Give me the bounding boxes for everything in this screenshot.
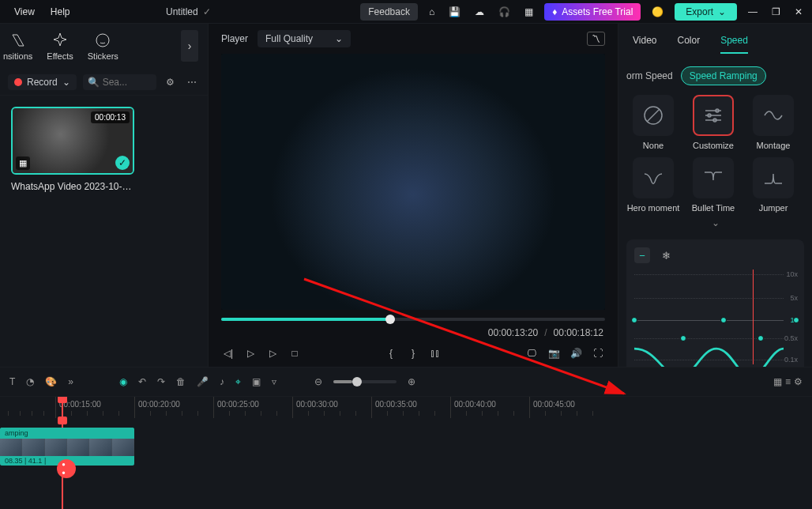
- filter-icon[interactable]: ⚙: [163, 77, 178, 88]
- remove-keyframe-button[interactable]: −: [634, 247, 650, 263]
- ylabel-05x: 0.5x: [784, 334, 798, 342]
- cloud-icon[interactable]: ☁: [472, 6, 487, 17]
- preset-none[interactable]: None: [626, 95, 680, 151]
- window-restore-icon[interactable]: ❐: [769, 6, 784, 17]
- ai-tool-icon[interactable]: ◉: [119, 376, 127, 387]
- more-presets-button[interactable]: ⌄: [626, 214, 804, 235]
- play-button[interactable]: ▷: [243, 348, 258, 359]
- save-icon[interactable]: 💾: [445, 6, 464, 17]
- scrub-track[interactable]: [221, 318, 605, 321]
- more-icon[interactable]: ⋯: [184, 77, 200, 88]
- next-frame-button[interactable]: ▷: [265, 348, 280, 359]
- save-status-icon: ✓: [203, 6, 211, 17]
- menu-view[interactable]: View: [6, 3, 43, 21]
- preset-customize[interactable]: Customize: [686, 95, 740, 151]
- tab-effects[interactable]: Effects: [47, 32, 73, 61]
- ramp-keyframe[interactable]: [631, 317, 637, 323]
- export-label: Export: [686, 6, 713, 17]
- preset-bullet-time[interactable]: Bullet Time: [686, 157, 740, 213]
- media-clip[interactable]: 00:00:13 ▦ ✓ WhatsApp Video 2023-10-05..…: [11, 107, 137, 192]
- delete-icon[interactable]: 🗑: [176, 376, 186, 387]
- camera-icon[interactable]: 📷: [547, 348, 561, 359]
- search-input[interactable]: [103, 77, 150, 88]
- undo-icon[interactable]: ↶: [138, 376, 146, 387]
- settings-icon[interactable]: ⚙: [794, 376, 803, 387]
- snapshot-icon[interactable]: 〽: [587, 32, 605, 46]
- tab-color[interactable]: Color: [677, 35, 700, 54]
- stop-button[interactable]: □: [288, 348, 302, 359]
- ramp-curve: [634, 270, 784, 367]
- customize-icon: [701, 104, 725, 127]
- more-tools-icon[interactable]: »: [68, 376, 73, 387]
- cut-handle[interactable]: [57, 459, 76, 478]
- subtab-uniform-speed[interactable]: orm Speed: [626, 70, 673, 81]
- tab-transitions[interactable]: nsitions: [3, 32, 32, 61]
- subtab-speed-ramping[interactable]: Speed Ramping: [681, 66, 766, 85]
- tab-stickers[interactable]: Stickers: [88, 32, 118, 61]
- headphones-icon[interactable]: 🎧: [495, 6, 513, 17]
- window-minimize-icon[interactable]: —: [745, 6, 761, 17]
- video-preview[interactable]: [221, 54, 605, 310]
- view-list-icon[interactable]: ≡: [785, 376, 791, 387]
- tab-video[interactable]: Video: [633, 35, 656, 54]
- search-input-wrap[interactable]: 🔍: [83, 74, 156, 90]
- music-icon[interactable]: ♪: [220, 376, 224, 387]
- apps-icon[interactable]: ▦: [521, 6, 536, 17]
- montage-icon: [761, 104, 785, 127]
- preset-jumper[interactable]: Jumper: [746, 157, 800, 213]
- tab-speed[interactable]: Speed: [720, 35, 748, 54]
- record-button[interactable]: Record ⌄: [8, 74, 77, 90]
- scissors-icon: [61, 463, 72, 474]
- preset-montage[interactable]: Montage: [746, 95, 800, 151]
- marker-icon[interactable]: ▿: [272, 376, 276, 387]
- menu-help[interactable]: Help: [43, 3, 78, 21]
- scrub-head[interactable]: [385, 315, 395, 324]
- ramp-keyframe[interactable]: [680, 335, 686, 341]
- zoom-out-icon[interactable]: ⊖: [314, 376, 322, 387]
- ramp-keyframe[interactable]: [720, 317, 727, 323]
- record-label: Record: [27, 77, 58, 88]
- mic-icon[interactable]: 🎤: [197, 376, 209, 387]
- mark-in-icon[interactable]: {: [384, 348, 398, 359]
- text-tool-icon[interactable]: T: [9, 376, 15, 387]
- clip-header-label: amping: [0, 428, 134, 439]
- quality-select[interactable]: Full Quality ⌄: [258, 30, 351, 47]
- tab-effects-label: Effects: [47, 51, 73, 61]
- tab-stickers-label: Stickers: [88, 51, 118, 61]
- magnet-icon[interactable]: ⌖: [235, 376, 241, 387]
- window-close-icon[interactable]: ✕: [791, 6, 806, 17]
- display-icon[interactable]: 🖵: [524, 348, 539, 359]
- avatar-icon[interactable]: 🟡: [648, 6, 667, 17]
- timer-icon[interactable]: ◔: [26, 376, 34, 387]
- device-icon[interactable]: ⌂: [426, 6, 438, 17]
- crop-icon[interactable]: ▣: [252, 376, 261, 387]
- ramp-keyframe[interactable]: [793, 317, 799, 323]
- redo-icon[interactable]: ↷: [157, 376, 165, 387]
- mark-out-icon[interactable]: }: [406, 348, 420, 359]
- zoom-slider[interactable]: [333, 380, 397, 383]
- timeline-ruler[interactable]: 00:00:15:0000:00:20:0000:00:25:0000:00:3…: [0, 396, 812, 418]
- view-grid-icon[interactable]: ▦: [773, 376, 782, 387]
- expand-tabs-button[interactable]: ›: [181, 30, 198, 62]
- assets-trial-label: Assets Free Trial: [562, 6, 633, 17]
- preset-hero-moment[interactable]: Hero moment: [626, 157, 680, 213]
- ylabel-5x: 5x: [790, 294, 798, 302]
- chevron-down-icon: ⌄: [335, 33, 343, 44]
- zoom-in-icon[interactable]: ⊕: [408, 376, 415, 387]
- compare-icon[interactable]: ⫿⫿: [428, 348, 442, 359]
- freeze-frame-button[interactable]: ❄: [658, 247, 674, 263]
- volume-icon[interactable]: 🔊: [569, 348, 583, 359]
- timeline-tracks[interactable]: amping 08.35 | 41.1 |: [0, 418, 812, 509]
- feedback-button[interactable]: Feedback: [360, 3, 418, 21]
- assets-trial-button[interactable]: ♦ Assets Free Trial: [544, 3, 641, 21]
- ruler-label: 00:00:20:00: [138, 400, 180, 409]
- ruler-playhead[interactable]: [62, 397, 63, 418]
- prev-frame-button[interactable]: ◁|: [221, 348, 235, 359]
- color-tool-icon[interactable]: 🎨: [45, 376, 57, 387]
- speed-ramp-graph[interactable]: 10x 5x 1x 0.5x 0.1x: [634, 270, 796, 364]
- export-button[interactable]: Export ⌄: [675, 3, 737, 21]
- ruler-label: 00:00:25:00: [217, 400, 259, 409]
- ramp-keyframe[interactable]: [757, 335, 764, 341]
- fullscreen-icon[interactable]: ⛶: [591, 348, 605, 359]
- clip-thumbnail[interactable]: 00:00:13 ▦ ✓: [11, 107, 134, 175]
